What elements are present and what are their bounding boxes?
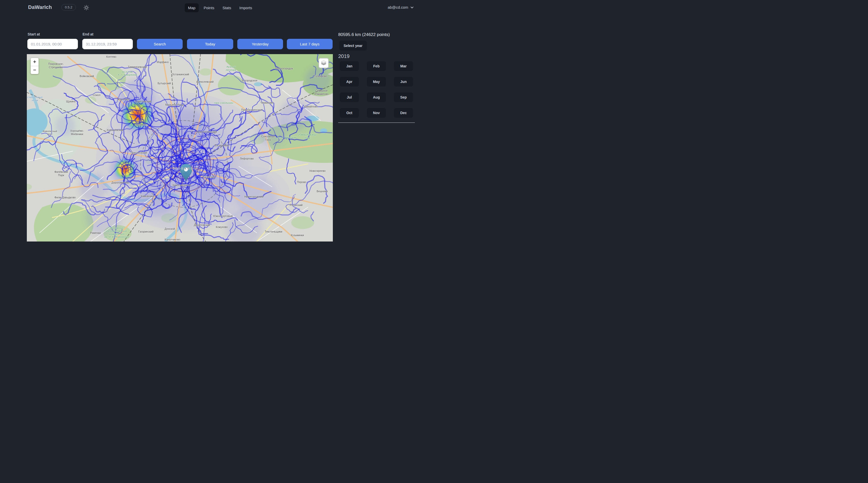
month-may-button[interactable]: May xyxy=(367,76,386,87)
end-at-label: End at xyxy=(83,32,93,36)
today-button[interactable]: Today xyxy=(187,39,233,49)
main-nav: MapPointsStatsImports xyxy=(185,3,255,12)
month-jun-button[interactable]: Jun xyxy=(394,76,413,87)
version-badge: 0.5.2 xyxy=(61,4,76,10)
start-at-label: Start at xyxy=(28,32,40,36)
month-mar-button[interactable]: Mar xyxy=(394,61,413,71)
month-jan-button[interactable]: Jan xyxy=(340,61,359,71)
year-heading: 2019 xyxy=(338,53,350,59)
search-button[interactable]: Search xyxy=(137,39,183,49)
months-grid: JanFebMarAprMayJunJulAugSepOctNovDec xyxy=(340,61,413,118)
map-canvas xyxy=(27,54,333,242)
start-at-input[interactable] xyxy=(27,39,78,49)
month-nov-button[interactable]: Nov xyxy=(367,108,386,118)
tab-stats[interactable]: Stats xyxy=(219,3,235,12)
tab-imports[interactable]: Imports xyxy=(236,3,255,12)
last-7-days-button[interactable]: Last 7 days xyxy=(287,39,333,49)
chevron-down-icon xyxy=(410,6,414,9)
layers-icon xyxy=(320,60,327,67)
end-at-input[interactable] xyxy=(82,39,133,49)
app-logo[interactable]: DaWarIch xyxy=(28,4,52,10)
yesterday-button[interactable]: Yesterday xyxy=(237,39,283,49)
month-sep-button[interactable]: Sep xyxy=(394,92,413,102)
month-feb-button[interactable]: Feb xyxy=(367,61,386,71)
month-oct-button[interactable]: Oct xyxy=(340,108,359,118)
tab-map[interactable]: Map xyxy=(185,3,199,12)
select-year-button[interactable]: Select year xyxy=(339,40,367,51)
zoom-out-button[interactable]: − xyxy=(31,66,38,74)
tab-points[interactable]: Points xyxy=(200,3,218,12)
user-email: ab@cd.com xyxy=(388,5,408,9)
theme-toggle-sun-icon[interactable] xyxy=(83,5,89,11)
user-menu[interactable]: ab@cd.com xyxy=(388,5,414,9)
sidebar-divider xyxy=(338,123,415,123)
map[interactable]: РостокиноКоптевоПокровское- СтрешневоТим… xyxy=(27,54,333,242)
month-aug-button[interactable]: Aug xyxy=(367,92,386,102)
month-dec-button[interactable]: Dec xyxy=(394,108,413,118)
layers-control-button[interactable] xyxy=(318,58,329,68)
distance-summary: 80595.6 km (24622 points) xyxy=(338,32,390,37)
month-apr-button[interactable]: Apr xyxy=(340,76,359,87)
map-zoom-control: + − xyxy=(31,58,38,74)
zoom-in-button[interactable]: + xyxy=(31,58,38,66)
month-jul-button[interactable]: Jul xyxy=(340,92,359,102)
header: DaWarIch 0.5.2 MapPointsStatsImports ab@… xyxy=(0,0,434,16)
app-window: DaWarIch 0.5.2 MapPointsStatsImports ab@… xyxy=(0,0,434,242)
